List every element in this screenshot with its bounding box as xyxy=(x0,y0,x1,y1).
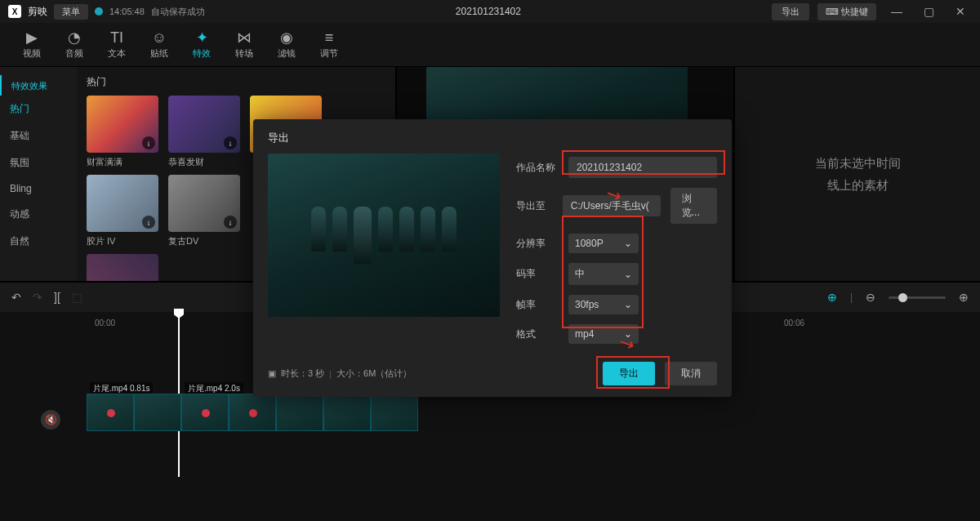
bitrate-select[interactable]: 中⌄ xyxy=(568,263,639,285)
redo-icon[interactable]: ↷ xyxy=(33,291,42,304)
export-dialog: 导出 作品名称 导出至 浏览... 分辨率 1080P⌄ 码率 中⌄ xyxy=(253,119,732,397)
top-tab-3[interactable]: ☺贴纸 xyxy=(150,29,168,60)
magnet-icon[interactable]: ⊕ xyxy=(827,291,837,304)
time-tick-6s: 00:06 xyxy=(784,318,804,327)
effect-card[interactable]: ↓恭喜发财 xyxy=(168,96,240,168)
category-item[interactable]: 氛围 xyxy=(0,149,77,176)
top-tab-1[interactable]: ◔音频 xyxy=(65,29,83,60)
top-tab-5[interactable]: ⋈转场 xyxy=(235,29,253,60)
top-tab-4[interactable]: ✦特效 xyxy=(193,29,211,60)
app-logo: X xyxy=(8,5,21,18)
close-icon[interactable]: ✕ xyxy=(949,5,972,18)
cancel-button[interactable]: 取消 xyxy=(665,362,717,385)
tab-icon: TI xyxy=(110,29,123,46)
category-item[interactable]: Bling xyxy=(0,176,77,201)
resolution-select[interactable]: 1080P⌄ xyxy=(568,234,639,253)
chevron-down-icon: ⌄ xyxy=(624,269,632,280)
category-header: 特效效果 xyxy=(0,75,77,96)
right-msg-line2: 线上的素材 xyxy=(815,174,901,196)
export-info: ▣ 时长：3 秒 | 大小：6M（估计） xyxy=(268,367,412,380)
top-tab-0[interactable]: ▶视频 xyxy=(23,29,41,60)
shortcuts-label: 快捷键 xyxy=(841,6,868,18)
label-bitrate: 码率 xyxy=(516,267,559,281)
category-item[interactable]: 自然 xyxy=(0,228,77,255)
zoom-in-icon[interactable]: ⊕ xyxy=(959,291,969,304)
video-track[interactable] xyxy=(87,394,418,431)
category-item[interactable]: 动感 xyxy=(0,201,77,228)
tab-icon: ☺ xyxy=(152,29,167,46)
mute-track-button[interactable]: 🔇 xyxy=(41,410,60,430)
tab-icon: ⋈ xyxy=(237,29,252,46)
label-export-path: 导出至 xyxy=(516,199,553,213)
autosave-time: 14:05:48 xyxy=(109,7,145,16)
label-project-name: 作品名称 xyxy=(516,161,559,175)
label-resolution: 分辨率 xyxy=(516,237,559,251)
minimize-icon[interactable]: — xyxy=(884,5,909,18)
project-title: 202101231402 xyxy=(212,6,765,17)
category-item[interactable]: 基础 xyxy=(0,122,77,149)
undo-icon[interactable]: ↶ xyxy=(11,291,21,304)
download-icon[interactable]: ↓ xyxy=(224,136,237,149)
tab-icon: ≡ xyxy=(325,29,334,46)
effect-card[interactable]: ↓复古DV xyxy=(168,175,240,247)
top-tab-7[interactable]: ≡调节 xyxy=(320,29,338,60)
menu-button[interactable]: 菜单 xyxy=(54,4,88,20)
export-button-top[interactable]: 导出 xyxy=(772,3,809,20)
project-name-input[interactable] xyxy=(568,157,717,178)
right-msg-line1: 当前未选中时间 xyxy=(815,152,901,174)
confirm-export-button[interactable]: 导出 xyxy=(603,362,655,385)
fps-select[interactable]: 30fps⌄ xyxy=(568,295,639,314)
label-format: 格式 xyxy=(516,327,559,341)
film-icon: ▣ xyxy=(268,368,276,379)
delete-icon[interactable]: ⬚ xyxy=(72,291,82,304)
maximize-icon[interactable]: ▢ xyxy=(917,5,941,18)
download-icon[interactable]: ↓ xyxy=(142,216,155,229)
app-name: 剪映 xyxy=(28,5,47,19)
export-preview xyxy=(268,154,500,317)
label-fps: 帧率 xyxy=(516,298,559,312)
effect-card[interactable]: ↓财富满满 xyxy=(87,96,158,168)
tab-icon: ▶ xyxy=(26,29,38,46)
zoom-slider[interactable] xyxy=(889,296,946,299)
download-icon[interactable]: ↓ xyxy=(224,216,237,229)
autosave-msg: 自动保存成功 xyxy=(151,6,205,18)
time-tick-start: 00:00 xyxy=(95,318,115,327)
split-icon[interactable]: ][ xyxy=(54,291,60,304)
effect-card[interactable]: ↓胶片 IV xyxy=(87,175,158,247)
top-tab-2[interactable]: TI文本 xyxy=(108,29,126,60)
tab-icon: ◔ xyxy=(68,29,81,46)
chevron-down-icon: ⌄ xyxy=(624,299,632,310)
top-tab-6[interactable]: ◉滤镜 xyxy=(278,29,296,60)
autosave-dot xyxy=(95,7,103,16)
chevron-down-icon: ⌄ xyxy=(624,238,632,249)
effects-section-title: 热门 xyxy=(87,75,385,89)
download-icon[interactable]: ↓ xyxy=(142,136,155,149)
right-panel-message: 当前未选中时间 线上的素材 xyxy=(815,152,901,196)
zoom-out-icon[interactable]: ⊖ xyxy=(866,291,875,304)
shortcuts-button[interactable]: ⌨ 快捷键 xyxy=(817,3,876,20)
category-item[interactable]: 热门 xyxy=(0,96,77,122)
tab-icon: ◉ xyxy=(280,29,293,46)
dialog-title: 导出 xyxy=(253,119,732,154)
tab-icon: ✦ xyxy=(196,29,208,46)
browse-button[interactable]: 浏览... xyxy=(670,188,717,224)
